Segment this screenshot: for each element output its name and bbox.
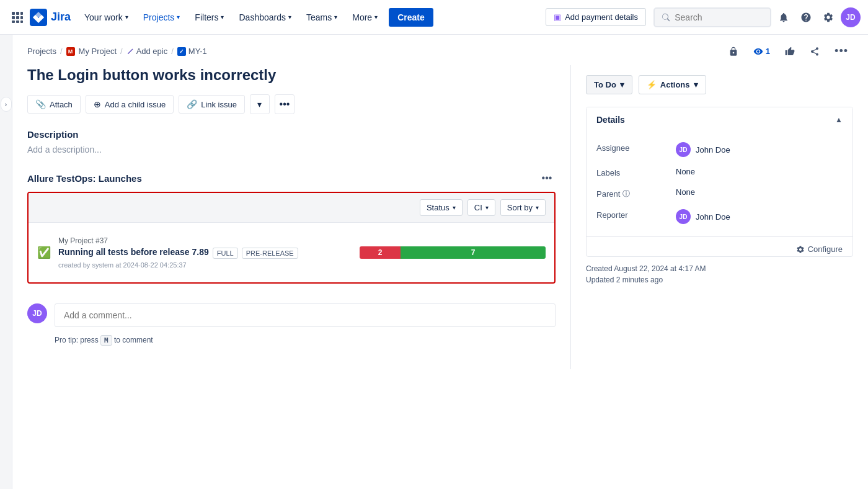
issue-sidebar: To Do ▾ ⚡ Actions ▾ Details ▲ (570, 65, 868, 369)
search-box[interactable] (653, 7, 771, 27)
assignee-avatar: JD (676, 142, 691, 157)
lock-button[interactable] (724, 44, 743, 59)
fail-bar: 2 (360, 246, 401, 259)
svg-rect-3 (12, 16, 15, 19)
chevron-down-icon: ▾ (288, 14, 291, 20)
labels-value: None (676, 167, 843, 176)
chevron-down-icon: ▾ (694, 80, 698, 89)
breadcrumb-addepic-link[interactable]: Add epic (136, 47, 168, 56)
status-filter-button[interactable]: Status ▾ (420, 199, 463, 216)
chevron-down-icon: ▾ (125, 14, 128, 20)
details-header[interactable]: Details ▲ (587, 107, 852, 132)
create-button[interactable]: Create (389, 8, 433, 27)
actions-button[interactable]: ⚡ Actions ▾ (639, 75, 706, 94)
bell-icon (778, 12, 789, 23)
parent-value: None (676, 187, 843, 197)
help-button[interactable] (796, 7, 816, 27)
chevron-down-icon: ▾ (334, 14, 337, 20)
breadcrumb-projects-link[interactable]: Projects (27, 47, 56, 56)
info-icon: ⓘ (622, 189, 630, 199)
settings-button[interactable] (818, 7, 838, 27)
thumbsup-button[interactable] (780, 44, 800, 59)
allure-section: Allure TestOps: Launches ••• Status ▾ CI (27, 169, 556, 284)
svg-rect-6 (12, 20, 15, 23)
parent-row: Parent ⓘ None (587, 182, 852, 204)
more-options-button[interactable]: ••• (830, 42, 853, 60)
timestamps: Created August 22, 2024 at 4:17 AM Updat… (586, 257, 853, 284)
details-body: Assignee JD John Doe Labels None (587, 132, 852, 234)
current-user-avatar: JD (27, 303, 47, 323)
reporter-label: Reporter (596, 209, 671, 220)
configure-button[interactable]: Configure (796, 244, 843, 254)
toolbar-dropdown-button[interactable]: ▾ (250, 94, 270, 114)
parent-label: Parent ⓘ (596, 187, 671, 199)
allure-more-button[interactable]: ••• (538, 169, 556, 187)
updated-timestamp: Updated 2 minutes ago (586, 276, 853, 284)
allure-meta: created by system at 2024-08-22 04:25:37 (58, 261, 352, 269)
nav-your-work[interactable]: Your work ▾ (78, 9, 135, 26)
labels-row: Labels None (587, 162, 852, 182)
paperclip-icon: 📎 (35, 99, 46, 109)
grid-icon[interactable] (7, 7, 27, 27)
description-section: Description Add a description... (27, 129, 556, 155)
user-avatar[interactable]: JD (841, 7, 861, 27)
configure-row: Configure (587, 236, 852, 256)
check-circle-icon: ✅ (37, 246, 51, 259)
gear-icon (796, 245, 805, 254)
nav-teams[interactable]: Teams ▾ (300, 9, 343, 26)
link-icon: 🔗 (187, 99, 197, 109)
collapse-icon[interactable]: › (1, 97, 12, 112)
sidebar-toggle[interactable]: › (0, 35, 12, 489)
svg-rect-7 (16, 20, 19, 23)
svg-rect-2 (20, 12, 23, 15)
issue-detail: The Login button works incorrectly 📎 Att… (12, 65, 868, 369)
pro-tip: Pro tip: press M to comment (55, 332, 556, 344)
nav-dashboards[interactable]: Dashboards ▾ (232, 9, 298, 26)
issue-title: The Login button works incorrectly (27, 65, 556, 84)
nav-projects[interactable]: Projects ▾ (137, 9, 187, 26)
allure-item-info: My Project #37 Running all tests before … (58, 236, 352, 269)
chevron-up-icon: ▲ (835, 115, 843, 124)
ci-filter-button[interactable]: CI ▾ (467, 199, 495, 216)
nav-more[interactable]: More ▾ (346, 9, 384, 26)
chevron-down-icon: ▾ (221, 14, 224, 20)
add-payment-button[interactable]: ▣ Add payment details (546, 8, 646, 26)
description-placeholder[interactable]: Add a description... (27, 145, 556, 155)
svg-rect-0 (12, 12, 15, 15)
link-issue-button[interactable]: 🔗 Link issue (179, 95, 245, 114)
allure-title: Allure TestOps: Launches (27, 173, 142, 184)
breadcrumb-myproject-link[interactable]: My Project (79, 47, 117, 56)
eye-icon (753, 47, 763, 56)
help-icon (800, 12, 812, 23)
attach-button[interactable]: 📎 Attach (27, 95, 81, 114)
details-section: Details ▲ Assignee JD John Doe Labels (586, 107, 853, 257)
description-label: Description (27, 129, 556, 140)
status-actions-bar: To Do ▾ ⚡ Actions ▾ (586, 75, 853, 94)
jira-logo-text: Jira (51, 11, 71, 24)
lock-icon (728, 47, 738, 56)
breadcrumb-issue-id: MY-1 (188, 47, 207, 56)
settings-icon (823, 12, 834, 23)
payment-icon: ▣ (554, 12, 561, 22)
share-button[interactable] (805, 44, 825, 59)
watch-button[interactable]: 1 (748, 44, 775, 59)
toolbar-more-button[interactable]: ••• (275, 94, 294, 114)
search-input[interactable] (675, 12, 763, 22)
labels-label: Labels (596, 167, 671, 177)
sort-filter-button[interactable]: Sort by ▾ (500, 199, 546, 216)
svg-rect-5 (20, 16, 23, 19)
issue-toolbar: 📎 Attach ⊕ Add a child issue 🔗 Link issu… (27, 94, 556, 114)
thumbsup-icon (785, 47, 795, 56)
allure-content: ✅ My Project #37 Running all tests befor… (29, 223, 554, 282)
watch-count: 1 (766, 47, 770, 56)
comment-section: JD (27, 298, 556, 332)
jira-logo[interactable]: Jira (30, 9, 71, 26)
allure-tag-prerelease: PRE-RELEASE (242, 248, 298, 259)
status-button[interactable]: To Do ▾ (586, 75, 632, 94)
add-child-issue-button[interactable]: ⊕ Add a child issue (86, 95, 174, 114)
notifications-button[interactable] (774, 7, 794, 27)
reporter-row: Reporter JD John Doe (587, 204, 852, 229)
comment-input[interactable] (55, 303, 556, 327)
nav-filters[interactable]: Filters ▾ (188, 9, 230, 26)
ellipsis-icon: ••• (835, 45, 848, 58)
